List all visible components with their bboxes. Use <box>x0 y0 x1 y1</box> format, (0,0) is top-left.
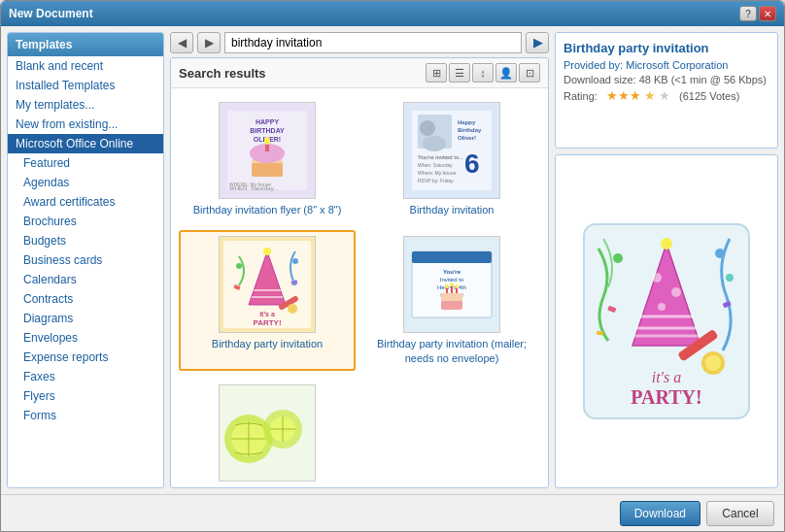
template-thumb: it's a PARTY! <box>219 236 316 333</box>
svg-point-80 <box>705 355 721 371</box>
sidebar-item-contracts[interactable]: Contracts <box>8 289 163 309</box>
template-item[interactable]: Happy Birthday Oliver! 6 You're invited … <box>363 96 540 222</box>
window-title: New Document <box>9 7 93 20</box>
template-thumb: Happy Birthday Oliver! 6 You're invited … <box>403 102 500 199</box>
close-button[interactable]: ✕ <box>759 6 776 21</box>
svg-text:Invited to: Invited to <box>440 277 464 283</box>
template-item[interactable]: HAPPY BIRTHDAY OLIVER! WHEN: Saturday... <box>179 96 356 222</box>
svg-text:HAPPY: HAPPY <box>256 118 279 125</box>
results-toolbar: ⊞ ☰ ↕ 👤 ⊡ <box>426 63 540 83</box>
forward-button[interactable]: ▶ <box>197 32 221 53</box>
sidebar-item-envelopes[interactable]: Envelopes <box>8 328 163 348</box>
svg-rect-6 <box>252 163 283 177</box>
search-input[interactable] <box>224 32 522 53</box>
svg-text:it's a: it's a <box>652 369 682 385</box>
sidebar-item-new-from-existing[interactable]: New from existing... <box>8 115 163 134</box>
svg-point-31 <box>236 263 242 269</box>
svg-text:PARTY!: PARTY! <box>253 318 281 327</box>
detail-title: Birthday party invitation <box>563 41 769 55</box>
sidebar-item-forms[interactable]: Forms <box>8 406 163 425</box>
svg-rect-46 <box>441 300 462 310</box>
svg-point-16 <box>423 136 446 151</box>
svg-text:Happy: Happy <box>458 119 476 125</box>
svg-point-75 <box>652 273 662 283</box>
template-thumb: You're Invited to Henry's 4th Birthday! <box>403 236 500 333</box>
preview-svg: it's a PARTY! <box>579 219 754 423</box>
sidebar-item-business-cards[interactable]: Business cards <box>8 250 163 270</box>
results-title: Search results <box>179 66 266 81</box>
svg-point-32 <box>292 258 298 264</box>
sidebar-scroll[interactable]: Blank and recentInstalled TemplatesMy te… <box>8 56 163 487</box>
svg-text:WHERE: My house: WHERE: My house <box>229 182 271 187</box>
svg-rect-47 <box>441 293 462 301</box>
sidebar-item-agendas[interactable]: Agendas <box>8 173 163 192</box>
sidebar-item-faxes[interactable]: Faxes <box>8 367 163 386</box>
svg-point-76 <box>671 287 681 297</box>
svg-text:You're invited to...: You're invited to... <box>418 154 464 160</box>
filter-button[interactable]: 👤 <box>495 63 517 83</box>
sidebar-item-ms-office-online[interactable]: Microsoft Office Online <box>8 134 163 153</box>
svg-text:BIRTHDAY: BIRTHDAY <box>250 127 285 134</box>
template-item[interactable]: Citrus birthday invitation <box>179 379 356 487</box>
svg-text:Where: My house: Where: My house <box>418 170 456 176</box>
sort-button[interactable]: ↕ <box>472 63 494 83</box>
svg-point-64 <box>613 253 623 263</box>
svg-text:RSVP by: Friday: RSVP by: Friday <box>418 178 454 183</box>
svg-point-77 <box>658 303 666 311</box>
bottom-bar: Download Cancel <box>1 494 784 531</box>
sidebar-item-blank-recent[interactable]: Blank and recent <box>8 56 163 76</box>
back-button[interactable]: ◀ <box>170 32 193 53</box>
svg-point-53 <box>455 284 459 288</box>
view-list-button[interactable]: ☰ <box>449 63 470 83</box>
results-panel: Search results ⊞ ☰ ↕ 👤 ⊡ <box>170 57 549 488</box>
svg-text:6: 6 <box>464 149 480 179</box>
sidebar-item-calendars[interactable]: Calendars <box>8 270 163 289</box>
sidebar-item-budgets[interactable]: Budgets <box>8 231 163 250</box>
sidebar-item-diagrams[interactable]: Diagrams <box>8 309 163 328</box>
template-thumb <box>219 384 316 482</box>
results-header: Search results ⊞ ☰ ↕ 👤 ⊡ <box>171 58 548 88</box>
detail-info: Birthday party invitation Provided by: M… <box>555 32 778 149</box>
stars-filled: ★★★ <box>606 88 641 103</box>
sidebar-item-my-templates[interactable]: My templates... <box>8 95 163 115</box>
detail-size: Download size: 48 KB (<1 min @ 56 Kbps) <box>563 74 769 85</box>
detail-provider: Provided by: Microsoft Corporation <box>563 59 769 71</box>
svg-text:When: Saturday: When: Saturday <box>418 162 453 168</box>
sidebar-item-flyers[interactable]: Flyers <box>8 386 163 406</box>
middle-panel: ◀ ▶ ▶ Search results ⊞ ☰ ↕ 👤 ⊡ <box>170 32 549 488</box>
template-label: Birthday party invitation <box>212 337 323 350</box>
sidebar-header: Templates <box>8 33 163 56</box>
template-item[interactable]: it's a PARTY! Birthday party invitation <box>179 230 356 371</box>
svg-text:it's a: it's a <box>259 311 275 317</box>
title-bar: New Document ? ✕ <box>1 1 784 26</box>
search-go-button[interactable]: ▶ <box>526 32 549 53</box>
results-grid: HAPPY BIRTHDAY OLIVER! WHEN: Saturday... <box>171 88 548 487</box>
svg-text:Oliver!: Oliver! <box>458 135 476 141</box>
download-button[interactable]: Download <box>620 501 700 526</box>
options-button[interactable]: ⊡ <box>519 63 540 83</box>
template-item[interactable]: You're Invited to Henry's 4th Birthday! <box>363 230 540 371</box>
sidebar-item-featured[interactable]: Featured <box>8 153 163 173</box>
stars-half: ★ <box>644 88 656 103</box>
sidebar-item-installed-templates[interactable]: Installed Templates <box>8 76 163 95</box>
new-document-window: New Document ? ✕ Templates Blank and rec… <box>0 0 785 532</box>
svg-point-65 <box>715 249 725 258</box>
window-controls: ? ✕ <box>739 6 776 21</box>
svg-point-28 <box>263 248 271 255</box>
svg-text:You're: You're <box>443 269 461 275</box>
svg-point-52 <box>450 283 454 286</box>
search-bar: ◀ ▶ ▶ <box>170 32 549 53</box>
cancel-button[interactable]: Cancel <box>706 501 774 526</box>
sidebar-item-expense-reports[interactable]: Expense reports <box>8 348 163 367</box>
sidebar-item-brochures[interactable]: Brochures <box>8 212 163 231</box>
svg-text:PARTY!: PARTY! <box>631 386 701 408</box>
detail-rating: Rating: ★★★★★ (6125 Votes) <box>563 88 769 103</box>
svg-rect-41 <box>412 251 492 263</box>
template-label: Birthday party invitation (mailer; needs… <box>369 337 534 365</box>
sidebar-item-award-certificates[interactable]: Award certificates <box>8 192 163 212</box>
view-grid-button[interactable]: ⊞ <box>426 63 447 83</box>
template-label: Birthday invitation flyer (8" x 8") <box>193 203 342 216</box>
svg-point-71 <box>661 238 672 249</box>
help-button[interactable]: ? <box>739 6 757 21</box>
template-label: Birthday invitation <box>410 203 495 216</box>
